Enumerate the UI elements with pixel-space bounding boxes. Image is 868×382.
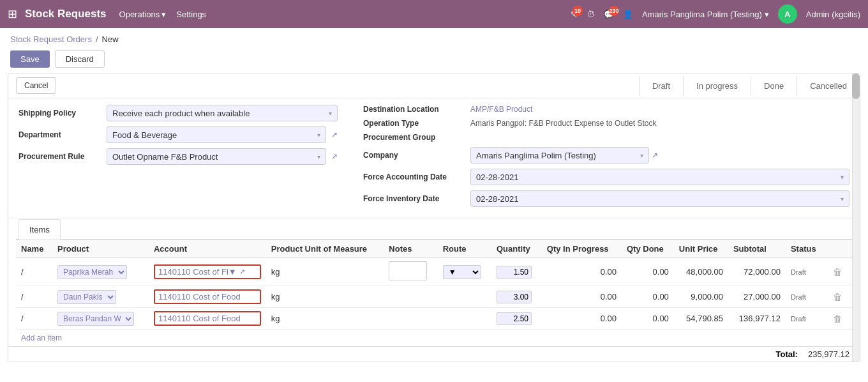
department-label: Department	[19, 130, 101, 139]
table-row: / Paprika Merah 1140110 Cost of Fi▼ ↗ kg…	[16, 258, 852, 286]
quantity-input[interactable]	[497, 291, 532, 303]
company-select[interactable]: Amaris Panglima Polim (Testing) ▾	[470, 147, 649, 164]
procurement-group-label: Procurement Group	[363, 133, 465, 142]
delete-row-button[interactable]: 🗑	[830, 291, 844, 303]
discard-button[interactable]: Discard	[55, 50, 105, 68]
route-select[interactable]: ▼	[443, 265, 481, 279]
cell-subtotal: 72,000.00	[728, 258, 786, 286]
cell-name: /	[16, 258, 52, 286]
table-row: / Daun Pakis 1140110 Cost of Food kg 0.0…	[16, 286, 852, 308]
notes-input[interactable]	[389, 261, 427, 280]
force-accounting-date-select[interactable]: 02-28-2021 ▾	[470, 169, 849, 185]
force-inventory-date-label: Force Inventory Date	[363, 194, 465, 203]
cell-quantity[interactable]	[491, 286, 542, 308]
delete-row-button[interactable]: 🗑	[830, 266, 844, 279]
cell-delete[interactable]: 🗑	[825, 286, 852, 308]
procurement-rule-ext-link[interactable]: ↗	[331, 152, 338, 161]
cell-uom: kg	[266, 286, 384, 308]
cell-product[interactable]: Daun Pakis	[52, 286, 149, 308]
tab-items[interactable]: Items	[19, 219, 61, 240]
col-route: Route	[438, 240, 491, 258]
col-product: Product	[52, 240, 149, 258]
cell-route[interactable]: ▼	[438, 258, 491, 286]
procurement-group-row: Procurement Group	[363, 133, 849, 142]
col-unit-price: Unit Price	[674, 240, 728, 258]
cell-product[interactable]: Beras Pandan Wangi	[52, 308, 149, 330]
menu-item-settings[interactable]: Settings	[176, 10, 206, 19]
cell-product[interactable]: Paprika Merah	[52, 258, 149, 286]
topnav: ⊞ Stock Requests Operations ▾ Settings ✎…	[0, 0, 868, 28]
cancel-button[interactable]: Cancel	[16, 77, 56, 94]
company-group: Company Amaris Panglima Polim (Testing) …	[363, 147, 849, 164]
chevron-down-icon: ▾	[317, 153, 320, 160]
col-status: Status	[786, 240, 825, 258]
grid-icon[interactable]: ⊞	[8, 7, 17, 21]
cell-subtotal: 27,000.00	[728, 286, 786, 308]
menu-item-operations[interactable]: Operations ▾	[119, 10, 167, 19]
cell-notes[interactable]	[384, 258, 437, 286]
cell-uom: kg	[266, 258, 384, 286]
person-icon-btn[interactable]: 👤	[623, 10, 633, 19]
company-ext-link[interactable]: ↗	[652, 151, 658, 160]
status-step-in-progress[interactable]: In progress	[683, 76, 751, 96]
delete-row-button[interactable]: 🗑	[830, 312, 844, 325]
cell-qty-in-progress: 0.00	[542, 308, 622, 330]
cell-quantity[interactable]	[491, 258, 542, 286]
cell-delete[interactable]: 🗑	[825, 258, 852, 286]
col-name: Name	[16, 240, 52, 258]
department-select[interactable]: Food & Beverage ▾	[107, 126, 326, 143]
cell-uom: kg	[266, 308, 384, 330]
account-ext-link[interactable]: ↗	[239, 268, 245, 276]
form-container: Cancel Draft In progress Done Cancelled	[8, 73, 860, 362]
chevron-down-icon: ▾	[640, 152, 643, 159]
status-step-done[interactable]: Done	[751, 76, 797, 96]
department-group: Department Food & Beverage ▾ ↗	[19, 126, 338, 143]
cell-subtotal: 136,977.12	[728, 308, 786, 330]
cell-notes[interactable]	[384, 286, 437, 308]
total-value: 235,977.12	[808, 349, 849, 359]
quantity-input[interactable]	[497, 312, 532, 325]
cell-qty-done: 0.00	[622, 258, 674, 286]
cell-qty-done: 0.00	[622, 286, 674, 308]
department-ext-link[interactable]: ↗	[331, 130, 338, 139]
cell-route[interactable]	[438, 308, 491, 330]
shipping-policy-select[interactable]: Receive each product when available ▾	[107, 105, 338, 121]
cell-account[interactable]: 1140110 Cost of Food	[149, 286, 266, 308]
avatar[interactable]: A	[778, 4, 797, 24]
force-inventory-date-select[interactable]: 02-28-2021 ▾	[470, 190, 849, 207]
chevron-down-icon: ▾	[765, 10, 769, 19]
admin-user[interactable]: Admin (kgcitis)	[806, 10, 860, 19]
cell-account[interactable]: 1140110 Cost of Fi▼ ↗	[149, 258, 266, 286]
col-quantity: Quantity	[491, 240, 542, 258]
shipping-policy-label: Shipping Policy	[19, 109, 101, 118]
status-step-cancelled[interactable]: Cancelled	[797, 76, 860, 96]
cell-qty-done: 0.00	[622, 308, 674, 330]
quantity-input[interactable]	[497, 266, 532, 279]
company-label: Company	[363, 151, 465, 160]
total-label: Total:	[776, 349, 798, 359]
tab-header: Items	[16, 219, 852, 240]
product-select[interactable]: Daun Pakis	[57, 290, 116, 304]
user-menu[interactable]: Amaris Panglima Polim (Testing) ▾	[642, 10, 769, 19]
edit-icon-btn[interactable]: ✎ 10	[571, 10, 578, 19]
cell-quantity[interactable]	[491, 308, 542, 330]
status-step-draft[interactable]: Draft	[639, 76, 683, 96]
cell-notes[interactable]	[384, 308, 437, 330]
product-select[interactable]: Beras Pandan Wangi	[57, 312, 134, 326]
add-item-link[interactable]: Add an item	[16, 330, 852, 346]
operation-type-row: Operation Type Amaris Pangpol: F&B Produ…	[363, 119, 849, 128]
scrollbar-thumb[interactable]	[852, 73, 860, 99]
cell-route[interactable]	[438, 286, 491, 308]
chat-icon-btn[interactable]: 💬 230	[604, 10, 614, 19]
clock-icon-btn[interactable]: ⏱	[587, 10, 595, 19]
breadcrumb-parent[interactable]: Stock Request Orders	[10, 34, 92, 44]
destination-location-label: Destination Location	[363, 105, 465, 114]
scrollbar[interactable]	[852, 73, 860, 362]
topnav-right: ✎ 10 ⏱ 💬 230 👤 Amaris Panglima Polim (Te…	[571, 4, 860, 24]
save-button[interactable]: Save	[10, 50, 50, 68]
product-select[interactable]: Paprika Merah	[57, 265, 127, 279]
destination-location-row: Destination Location AMP/F&B Product	[363, 105, 849, 114]
cell-account[interactable]: 1140110 Cost of Food	[149, 308, 266, 330]
cell-delete[interactable]: 🗑	[825, 308, 852, 330]
procurement-rule-select[interactable]: Outlet Opname F&B Product ▾	[107, 148, 326, 165]
